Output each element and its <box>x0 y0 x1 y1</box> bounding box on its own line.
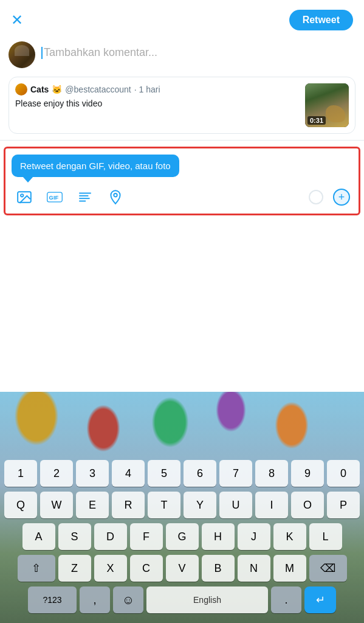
char-count <box>309 190 323 204</box>
key-w[interactable]: W <box>40 492 73 518</box>
key-m[interactable]: M <box>273 555 306 582</box>
close-button[interactable]: ✕ <box>11 13 23 27</box>
key-f[interactable]: F <box>130 523 163 550</box>
emoji-key[interactable]: ☺ <box>113 586 143 613</box>
key-5[interactable]: 5 <box>148 460 180 487</box>
quoted-tweet-card: Cats 🐱 @bestcataccount · 1 hari Please e… <box>9 77 355 134</box>
compose-area: Tambahkan komentar... <box>0 37 364 74</box>
quoted-tweet-content: Cats 🐱 @bestcataccount · 1 hari Please e… <box>15 83 299 110</box>
period-key[interactable]: . <box>271 586 301 613</box>
key-c[interactable]: C <box>130 555 163 582</box>
keyboard-row-q: Q W E R T Y U I O P <box>2 492 362 518</box>
key-d[interactable]: D <box>94 523 127 550</box>
key-u[interactable]: U <box>219 492 252 518</box>
quoted-author-handle: @bestcataccount <box>65 85 131 94</box>
quoted-tweet-text: Please enjoy this video <box>15 98 299 110</box>
poll-button[interactable] <box>75 187 95 207</box>
key-a[interactable]: A <box>22 523 55 550</box>
shift-key[interactable]: ⇧ <box>18 555 55 582</box>
delete-key[interactable]: ⌫ <box>309 555 347 582</box>
tooltip-container: Retweet dengan GIF, video, atau foto <box>12 155 352 186</box>
tooltip-bubble: Retweet dengan GIF, video, atau foto <box>12 155 179 177</box>
svg-text:GIF: GIF <box>49 195 59 201</box>
compose-input[interactable]: Tambahkan komentar... <box>41 41 355 59</box>
key-1[interactable]: 1 <box>4 460 37 487</box>
compose-placeholder: Tambahkan komentar... <box>44 46 157 58</box>
location-button[interactable] <box>105 187 126 207</box>
key-2[interactable]: 2 <box>40 460 73 487</box>
key-t[interactable]: T <box>148 492 180 518</box>
top-bar: ✕ Retweet <box>0 0 364 37</box>
key-7[interactable]: 7 <box>219 460 252 487</box>
quoted-author-name: Cats <box>30 85 49 94</box>
comma-key[interactable]: , <box>80 586 110 613</box>
key-s[interactable]: S <box>58 523 91 550</box>
media-toolbar-section: Retweet dengan GIF, video, atau foto GIF <box>4 147 360 215</box>
quoted-tweet-time: · 1 hari <box>134 85 160 94</box>
key-4[interactable]: 4 <box>112 460 145 487</box>
key-x[interactable]: X <box>94 555 127 582</box>
keyboard-row-z: ⇧ Z X C V B N M ⌫ <box>2 555 362 582</box>
quoted-author-line: Cats 🐱 @bestcataccount · 1 hari <box>15 83 299 96</box>
key-i[interactable]: I <box>255 492 288 518</box>
key-r[interactable]: R <box>112 492 145 518</box>
quoted-author-emoji: 🐱 <box>52 85 62 94</box>
key-k[interactable]: K <box>273 523 306 550</box>
gif-button[interactable]: GIF <box>44 187 65 207</box>
image-button[interactable] <box>14 187 35 207</box>
space-key[interactable]: English <box>146 586 268 613</box>
divider <box>0 140 364 141</box>
retweet-button[interactable]: Retweet <box>289 10 353 30</box>
keyboard-row-numbers: 1 2 3 4 5 6 7 8 9 0 <box>2 460 362 487</box>
key-o[interactable]: O <box>291 492 324 518</box>
cursor <box>41 47 43 59</box>
key-p[interactable]: P <box>327 492 360 518</box>
numbers-key[interactable]: ?123 <box>28 586 77 613</box>
key-l[interactable]: L <box>309 523 342 550</box>
key-v[interactable]: V <box>166 555 199 582</box>
key-9[interactable]: 9 <box>291 460 324 487</box>
key-j[interactable]: J <box>238 523 270 550</box>
svg-point-8 <box>114 193 117 197</box>
avatar <box>9 41 35 68</box>
key-y[interactable]: Y <box>184 492 216 518</box>
key-8[interactable]: 8 <box>255 460 288 487</box>
return-key[interactable]: ↵ <box>304 586 336 613</box>
key-0[interactable]: 0 <box>327 460 360 487</box>
svg-point-1 <box>21 194 23 197</box>
quoted-author-avatar <box>15 83 27 96</box>
key-6[interactable]: 6 <box>184 460 216 487</box>
keyboard-row-a: A S D F G H J K L <box>2 523 362 550</box>
keyboard: 1 2 3 4 5 6 7 8 9 0 Q W E R T Y U I O P … <box>0 456 364 623</box>
key-b[interactable]: B <box>202 555 235 582</box>
video-duration: 0:31 <box>307 116 326 125</box>
key-e[interactable]: E <box>76 492 109 518</box>
keyboard-bottom-row: ?123 , ☺ English . ↵ <box>2 586 362 618</box>
key-g[interactable]: G <box>166 523 199 550</box>
key-3[interactable]: 3 <box>76 460 109 487</box>
key-n[interactable]: N <box>238 555 270 582</box>
media-toolbar: GIF + <box>12 186 352 209</box>
key-h[interactable]: H <box>202 523 235 550</box>
quoted-tweet-media: 0:31 <box>305 83 349 127</box>
add-tweet-button[interactable]: + <box>333 189 350 206</box>
key-z[interactable]: Z <box>58 555 91 582</box>
key-q[interactable]: Q <box>4 492 37 518</box>
